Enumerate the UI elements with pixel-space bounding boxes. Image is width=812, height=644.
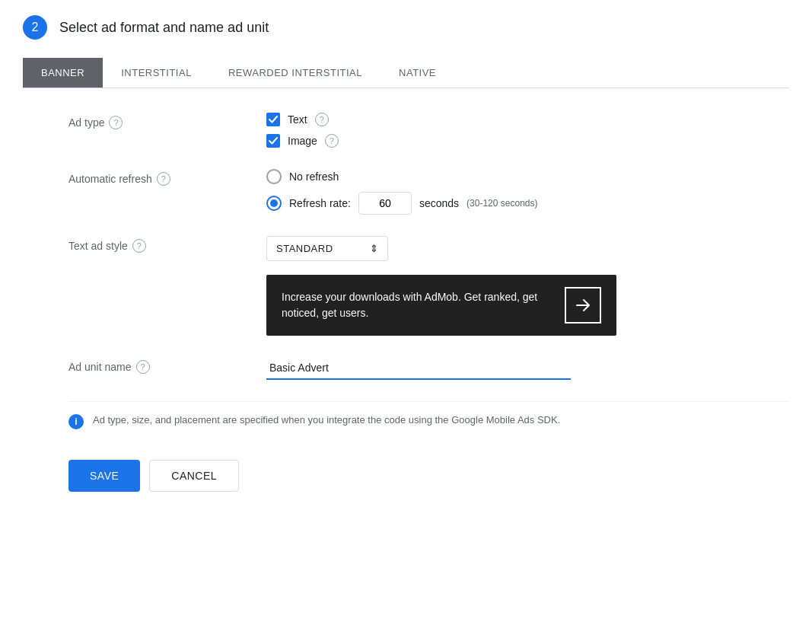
text-ad-style-help-icon[interactable]: ? (132, 239, 146, 253)
ad-unit-name-help-icon[interactable]: ? (136, 360, 150, 374)
tab-banner[interactable]: BANNER (23, 58, 103, 88)
info-icon: i (68, 414, 84, 429)
refresh-rate-controls: Refresh rate: seconds (30-120 seconds) (289, 192, 537, 215)
info-banner: i Ad type, size, and placement are speci… (68, 401, 789, 442)
tab-bar: BANNER INTERSTITIAL REWARDED INTERSTITIA… (23, 58, 789, 88)
ad-preview-text: Increase your downloads with AdMob. Get … (282, 289, 556, 321)
actions: SAVE CANCEL (68, 460, 789, 492)
select-value: STANDARD (276, 243, 333, 254)
tab-interstitial[interactable]: INTERSTITIAL (103, 58, 210, 88)
image-checkbox-row: Image ? (266, 134, 339, 148)
save-button[interactable]: SAVE (68, 460, 140, 492)
refresh-rate-hint: (30-120 seconds) (467, 198, 537, 209)
text-checkbox-row: Text ? (266, 113, 339, 126)
refresh-row: Automatic refresh ? No refresh Refresh r… (68, 169, 789, 215)
tab-rewarded-interstitial[interactable]: REWARDED INTERSTITIAL (210, 58, 381, 88)
image-checkbox[interactable] (266, 134, 280, 148)
ad-type-label: Ad type ? (68, 113, 266, 129)
refresh-label: Automatic refresh ? (68, 169, 266, 186)
ad-type-help-icon[interactable]: ? (109, 116, 123, 129)
ad-unit-name-row: Ad unit name ? (68, 357, 789, 380)
text-ad-style-label: Text ad style ? (68, 236, 266, 253)
info-text: Ad type, size, and placement are specifi… (93, 414, 560, 426)
ad-unit-name-input[interactable] (266, 357, 571, 380)
refresh-options: No refresh Refresh rate: seconds (30-120… (266, 169, 537, 215)
refresh-help-icon[interactable]: ? (157, 172, 170, 186)
no-refresh-label: No refresh (289, 171, 339, 183)
select-arrow-icon: ⇕ (370, 243, 379, 254)
text-ad-style-row: Text ad style ? STANDARD ⇕ Increase your… (68, 236, 789, 336)
step-number: 2 (23, 15, 47, 40)
image-help-icon[interactable]: ? (325, 134, 339, 148)
image-label: Image (288, 135, 317, 147)
refresh-rate-radio[interactable] (266, 196, 282, 211)
tab-native[interactable]: NATIVE (381, 58, 454, 88)
text-ad-style-select[interactable]: STANDARD ⇕ (266, 236, 388, 261)
text-label: Text (288, 113, 307, 126)
ad-unit-name-label: Ad unit name ? (68, 357, 266, 374)
ad-unit-name-content (266, 357, 571, 380)
cancel-button[interactable]: CANCEL (149, 460, 239, 492)
text-help-icon[interactable]: ? (315, 113, 329, 126)
ad-type-options: Text ? Image ? (266, 113, 339, 148)
ad-type-row: Ad type ? Text ? Image ? (68, 113, 789, 148)
refresh-rate-input[interactable] (358, 192, 412, 215)
refresh-rate-label: Refresh rate: (289, 197, 351, 209)
refresh-rate-suffix: seconds (419, 197, 459, 209)
refresh-rate-row: Refresh rate: seconds (30-120 seconds) (266, 192, 537, 215)
step-title: Select ad format and name ad unit (59, 20, 269, 36)
ad-preview-arrow-icon (565, 287, 601, 324)
ad-preview: Increase your downloads with AdMob. Get … (266, 275, 616, 336)
form-section: Ad type ? Text ? Image ? (23, 113, 789, 492)
step-header: 2 Select ad format and name ad unit (23, 15, 789, 40)
text-ad-style-content: STANDARD ⇕ Increase your downloads with … (266, 236, 616, 336)
text-checkbox[interactable] (266, 113, 280, 126)
no-refresh-row: No refresh (266, 169, 537, 184)
no-refresh-radio[interactable] (266, 169, 282, 184)
radio-inner-dot (270, 199, 278, 207)
